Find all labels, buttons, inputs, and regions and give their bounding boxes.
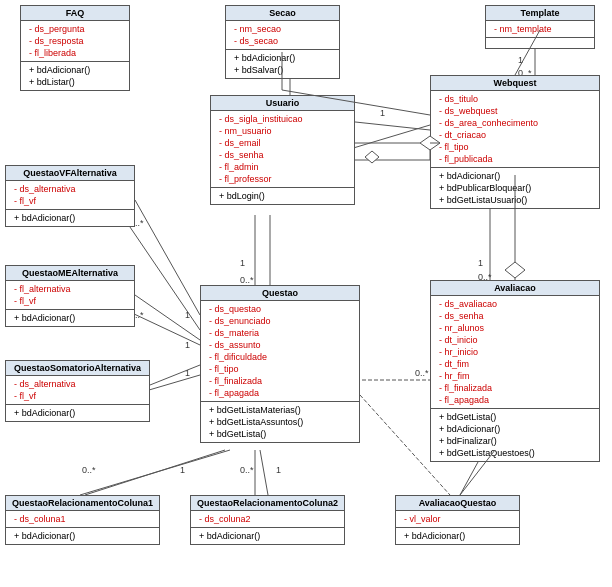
label-vfa-1: 1 (185, 310, 190, 320)
label-q-0star: 0..* (415, 368, 429, 378)
method-bdadicionar-aq: + bdAdicionar() (400, 530, 515, 542)
attr-fl-liberada: - fl_liberada (25, 47, 125, 59)
method-bdgetlistaquestoes: + bdGetListaQuestoes() (435, 447, 595, 459)
attr-nm-usuario: - nm_usuario (215, 125, 350, 137)
method-bdgetlistamaterias: + bdGetListaMaterias() (205, 404, 355, 416)
class-secao-methods: + bdAdicionar() + bdSalvar() (226, 50, 339, 78)
class-secao-name: Secao (226, 6, 339, 21)
attr-nm-template: - nm_template (490, 23, 590, 35)
svg-line-24 (135, 295, 200, 340)
attr-fl-publicada: - fl_publicada (435, 153, 595, 165)
attr-ds-resposta: - ds_resposta (25, 35, 125, 47)
attr-fl-finalizada-q: - fl_finalizada (205, 375, 355, 387)
attr-ds-secao: - ds_secao (230, 35, 335, 47)
class-questaovf-attrs: - ds_alternativa - fl_vf (6, 181, 134, 210)
attr-fl-vf-me: - fl_vf (10, 295, 130, 307)
class-avaliacaoquestao-attrs: - vl_valor (396, 511, 519, 528)
class-faq-methods: + bdAdicionar() + bdListar() (21, 62, 129, 90)
class-webquest-attrs: - ds_titulo - ds_webquest - ds_area_conh… (431, 91, 599, 168)
label-av-1: 1 (478, 258, 483, 268)
class-relcol2-name: QuestaoRelacionamentoColuna2 (191, 496, 344, 511)
method-bdpublicar: + bdPublicarBloquear() (435, 182, 595, 194)
label-rc1-0star: 0..* (82, 465, 96, 475)
attr-ds-coluna1: - ds_coluna1 (10, 513, 155, 525)
attr-ds-pergunta: - ds_pergunta (25, 23, 125, 35)
label-template-1: 1 (518, 55, 523, 65)
class-questao-attrs: - ds_questao - ds_enunciado - ds_materia… (201, 301, 359, 402)
class-template-attrs: - nm_template (486, 21, 594, 38)
svg-marker-31 (505, 262, 525, 278)
class-secao: Secao - nm_secao - ds_secao + bdAdiciona… (225, 5, 340, 79)
class-template-name: Template (486, 6, 594, 21)
class-webquest-methods: + bdAdicionar() + bdPublicarBloquear() +… (431, 168, 599, 208)
class-questaome-name: QuestaoMEAlternativa (6, 266, 134, 281)
class-webquest: Webquest - ds_titulo - ds_webquest - ds_… (430, 75, 600, 209)
class-questaovf-methods: + bdAdicionar() (6, 210, 134, 226)
method-bdgetlista-q: + bdGetLista() (205, 428, 355, 440)
class-secao-attrs: - nm_secao - ds_secao (226, 21, 339, 50)
attr-fl-finalizada-av: - fl_finalizada (435, 382, 595, 394)
attr-nm-secao: - nm_secao (230, 23, 335, 35)
attr-fl-vf-vf: - fl_vf (10, 195, 130, 207)
class-questao: Questao - ds_questao - ds_enunciado - ds… (200, 285, 360, 443)
method-bdfinalizar: + bdFinalizar() (435, 435, 595, 447)
label-mea-1: 1 (185, 340, 190, 350)
label-soma-1: 1 (185, 368, 190, 378)
method-bdadicionar-av: + bdAdicionar() (435, 423, 595, 435)
class-avaliacao-methods: + bdGetLista() + bdAdicionar() + bdFinal… (431, 409, 599, 461)
class-questaome: QuestaoMEAlternativa - fl_alternativa - … (5, 265, 135, 327)
attr-ds-webquest: - ds_webquest (435, 105, 595, 117)
class-relcol2-attrs: - ds_coluna2 (191, 511, 344, 528)
class-questaosoma-attrs: - ds_alternativa - fl_vf (6, 376, 149, 405)
method-bdadicionar-faq: + bdAdicionar() (25, 64, 125, 76)
class-questao-methods: + bdGetListaMaterias() + bdGetListaAssun… (201, 402, 359, 442)
attr-fl-tipo-q: - fl_tipo (205, 363, 355, 375)
attr-dt-inicio: - dt_inicio (435, 334, 595, 346)
attr-ds-assunto: - ds_assunto (205, 339, 355, 351)
method-bdgetlistaassuntos: + bdGetListaAssuntos() (205, 416, 355, 428)
svg-line-28 (85, 450, 225, 495)
attr-fl-apagada-av: - fl_apagada (435, 394, 595, 406)
attr-dt-criacao: - dt_criacao (435, 129, 595, 141)
method-bdgetlistausuario: + bdGetListaUsuario() (435, 194, 595, 206)
attr-ds-senha-av: - ds_senha (435, 310, 595, 322)
class-questaovf-name: QuestaoVFAlternativa (6, 166, 134, 181)
attr-ds-enunciado: - ds_enunciado (205, 315, 355, 327)
class-relcol2: QuestaoRelacionamentoColuna2 - ds_coluna… (190, 495, 345, 545)
attr-fl-vf-soma: - fl_vf (10, 390, 145, 402)
attr-ds-senha-u: - ds_senha (215, 149, 350, 161)
class-relcol1-name: QuestaoRelacionamentoColuna1 (6, 496, 159, 511)
attr-ds-alt-vf: - ds_alternativa (10, 183, 130, 195)
attr-ds-questao: - ds_questao (205, 303, 355, 315)
method-bdadicionar-wq: + bdAdicionar() (435, 170, 595, 182)
method-bdadicionar-secao: + bdAdicionar() (230, 52, 335, 64)
class-avaliacaoquestao: AvaliacaoQuestao - vl_valor + bdAdiciona… (395, 495, 520, 545)
attr-fl-admin: - fl_admin (215, 161, 350, 173)
method-bdlogin: + bdLogin() (215, 190, 350, 202)
attr-ds-sigla: - ds_sigla_instituicao (215, 113, 350, 125)
method-bdadicionar-me: + bdAdicionar() (10, 312, 130, 324)
attr-ds-alt-soma: - ds_alternativa (10, 378, 145, 390)
class-usuario: Usuario - ds_sigla_instituicao - nm_usua… (210, 95, 355, 205)
label-usuario-0star: 0..* (240, 275, 254, 285)
method-bdadicionar-soma: + bdAdicionar() (10, 407, 145, 419)
method-bdlistar: + bdListar() (25, 76, 125, 88)
class-questaome-attrs: - fl_alternativa - fl_vf (6, 281, 134, 310)
attr-fl-professor: - fl_professor (215, 173, 350, 185)
class-faq-name: FAQ (21, 6, 129, 21)
class-avaliacao-name: Avaliacao (431, 281, 599, 296)
svg-line-23 (135, 200, 200, 315)
attr-fl-dificuldade: - fl_dificuldade (205, 351, 355, 363)
class-avaliacaoquestao-methods: + bdAdicionar() (396, 528, 519, 544)
class-usuario-methods: + bdLogin() (211, 188, 354, 204)
label-rc2-1: 1 (276, 465, 281, 475)
attr-ds-area: - ds_area_conhecimento (435, 117, 595, 129)
class-questaosoma: QuestaoSomatorioAlternativa - ds_alterna… (5, 360, 150, 422)
class-usuario-attrs: - ds_sigla_instituicao - nm_usuario - ds… (211, 111, 354, 188)
method-bdadicionar-rc2: + bdAdicionar() (195, 530, 340, 542)
attr-ds-coluna2: - ds_coluna2 (195, 513, 340, 525)
attr-hr-inicio: - hr_inicio (435, 346, 595, 358)
attr-fl-apagada-q: - fl_apagada (205, 387, 355, 399)
class-questaome-methods: + bdAdicionar() (6, 310, 134, 326)
class-avaliacaoquestao-name: AvaliacaoQuestao (396, 496, 519, 511)
